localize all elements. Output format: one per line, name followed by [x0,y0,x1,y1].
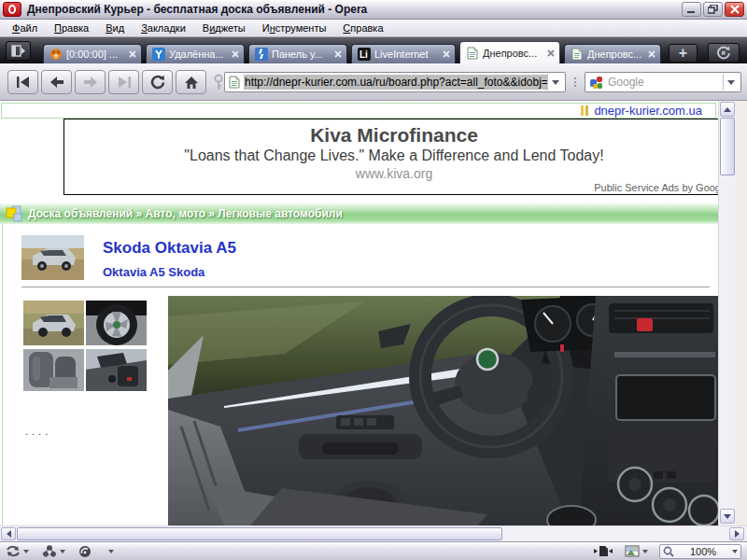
scroll-right-button[interactable] [729,527,744,540]
menu-file[interactable]: Файл [4,21,46,35]
search-placeholder[interactable]: Google [608,76,723,89]
url-text[interactable]: http://dnepr-kurier.com.ua/ru/board.php?… [244,75,547,90]
scroll-left-button[interactable] [1,527,16,540]
pager-dots[interactable]: .... [25,426,51,437]
reload-button[interactable] [142,70,173,94]
tab-label: LiveInternet [374,49,437,60]
search-box[interactable]: Google [585,72,741,92]
ad-attribution[interactable]: Public Service Ads by Goog [594,182,718,193]
chevron-down-icon [23,550,29,553]
arrow-up-icon [724,107,731,112]
tab-panel[interactable]: Панель у... [248,44,347,63]
opera-browser-window: Днепровский Курьер - бесплатная доска об… [0,0,747,560]
tab-close-icon[interactable] [334,49,342,60]
panels-toggle-button[interactable] [6,41,31,61]
chevron-down-icon [642,550,648,553]
thumbnail-wheel[interactable] [86,301,147,345]
chevron-down-icon [552,80,559,85]
vertical-scrollbar[interactable] [718,101,736,525]
hamster-favicon [49,48,63,62]
breadcrumb-bar: Доска объявлений » Авто, мото » Легковые… [0,203,718,224]
site-home-link[interactable]: dnepr-kurier.com.ua [594,104,702,118]
tab-close-icon[interactable] [547,48,555,59]
tab-liveinternet[interactable]: Li LiveInternet [351,44,456,63]
horizontal-scroll-thumb[interactable] [17,527,502,540]
reload-icon [149,75,165,90]
close-button[interactable] [725,2,744,17]
rewind-button[interactable] [7,70,38,94]
page-left-border [2,224,3,525]
forward-button[interactable] [75,70,106,94]
separator [21,287,710,287]
opera-unite-button[interactable] [78,545,92,558]
images-toggle-button[interactable] [625,545,648,557]
chevron-down-icon [60,550,65,553]
listing-photo-interior[interactable] [168,296,718,525]
thumbnail-seats[interactable] [23,349,84,391]
ad-banner[interactable]: Kiva Microfinance "Loans that Change Liv… [63,119,718,195]
chevron-down-icon[interactable] [108,550,114,553]
menu-help[interactable]: Справка [334,21,391,35]
minimize-button[interactable] [682,2,701,17]
close-icon [730,5,740,14]
menu-edit[interactable]: Правка [46,21,97,35]
menu-view[interactable]: Вид [97,21,133,35]
horizontal-scrollbar[interactable] [0,525,747,541]
tab-close-icon[interactable] [443,49,450,60]
forward-icon [83,76,98,89]
tab-bar: [0:00:00] ... Удалённа... Панель у... Li… [0,37,747,63]
tab-dnepr-active[interactable]: Днепровс... [459,41,560,63]
web-page: dnepr-kurier.com.ua Kiva Microfinance "L… [0,101,718,525]
tab-close-icon[interactable] [648,49,655,60]
restore-button[interactable] [703,2,723,17]
tab-chat[interactable]: [0:00:00] ... [43,44,142,63]
menu-tools[interactable]: Инструменты [254,21,335,35]
fast-forward-button[interactable] [108,70,139,94]
listing-main-thumbnail[interactable] [21,235,84,280]
address-dropdown-button[interactable] [547,74,563,91]
thumbnail-interior[interactable] [86,349,147,391]
breadcrumb[interactable]: Доска объявлений » Авто, мото » Легковые… [28,207,343,220]
page-favicon [229,76,240,89]
opera-menu-icon[interactable] [3,2,21,17]
tab-remote[interactable]: Удалённа... [146,44,245,63]
window-right-edge [736,101,747,525]
menu-bookmarks[interactable]: Закладки [133,21,194,35]
fork-favicon [151,48,165,62]
arrow-down-icon [724,514,731,519]
back-button[interactable] [41,70,72,94]
zoom-control[interactable]: 100% [659,544,741,559]
zoom-level: 100% [677,546,729,557]
ad-url[interactable]: www.kiva.org [64,166,718,181]
ad-title[interactable]: Kiva Microfinance [64,124,718,147]
panels-side-toggle[interactable] [593,545,613,557]
search-engine-dropdown[interactable] [723,74,739,91]
tab-close-icon[interactable] [232,49,239,60]
tab-label: Удалённа... [169,49,226,60]
status-bar: 100% [0,541,747,560]
tab-dnepr-2[interactable]: Днепровс... [564,44,661,63]
closed-tabs-trash-button[interactable] [708,43,740,63]
rewind-icon [16,76,31,89]
scroll-up-button[interactable] [720,102,735,117]
arrow-left-icon [7,530,11,538]
thumbnail-exterior[interactable] [23,301,84,345]
opera-link-button[interactable] [6,545,29,557]
new-tab-button[interactable]: + [669,44,698,63]
chevron-down-icon [727,80,735,85]
decor-bar [581,105,584,116]
scroll-down-button[interactable] [720,509,735,524]
reopen-tab-icon [716,46,731,60]
window-title: Днепровский Курьер - бесплатная доска об… [27,3,367,16]
opera-turbo-button[interactable] [42,545,65,558]
toolbar-splitter-handle[interactable] [571,75,579,90]
zoom-dropdown-icon[interactable] [732,550,738,553]
home-button[interactable] [176,70,206,94]
listing-subtitle-link[interactable]: Oktavia A5 Skoda [103,265,204,279]
tab-close-icon[interactable] [129,49,136,60]
menu-widgets[interactable]: Виджеты [194,21,254,35]
page-favicon [570,48,584,62]
address-bar[interactable]: http://dnepr-kurier.com.ua/ru/board.php?… [224,72,566,92]
lightning-favicon [254,48,268,62]
vertical-scroll-thumb[interactable] [720,118,735,175]
